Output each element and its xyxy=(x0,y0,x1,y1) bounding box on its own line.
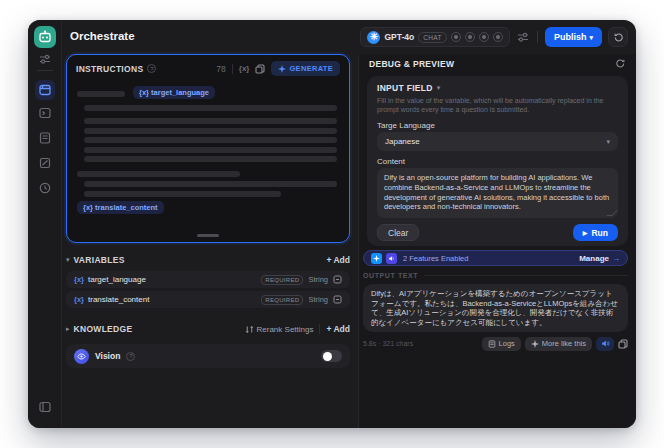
resize-handle[interactable] xyxy=(197,234,219,237)
target-language-label: Targe Language xyxy=(377,121,435,130)
capability-icon-4 xyxy=(493,32,503,42)
clear-label: Clear xyxy=(388,228,408,238)
variable-type: String xyxy=(308,295,328,304)
target-language-select[interactable]: Japanese ▾ xyxy=(377,132,618,151)
debug-preview-panel: DEBUG & PREVIEW INPUT FIELD ▾ Fill in th… xyxy=(358,54,636,428)
sidebar-collapse-icon[interactable] xyxy=(38,400,52,414)
knowledge-title: KNOWLEDGE xyxy=(74,324,133,334)
model-selector[interactable]: ✳ GPT-4o CHAT xyxy=(360,27,510,47)
model-mode-badge: CHAT xyxy=(418,32,447,43)
logs-button[interactable]: Logs xyxy=(482,337,521,351)
clear-button[interactable]: Clear xyxy=(377,224,419,241)
app-logo[interactable] xyxy=(34,26,56,48)
required-badge: REQUIRED xyxy=(261,275,303,285)
restart-icon[interactable] xyxy=(615,58,626,69)
content-textarea[interactable]: Dify is an open-source platform for buil… xyxy=(377,168,618,218)
prompt-text-placeholder xyxy=(77,171,240,177)
prompt-text-placeholder xyxy=(84,156,337,162)
sidebar-item-monitoring[interactable] xyxy=(38,181,52,195)
variable-row-translate-content[interactable]: {x} translate_content REQUIRED String xyxy=(66,291,350,308)
capability-icon-1 xyxy=(451,32,461,42)
resize-grip-icon[interactable] xyxy=(606,210,618,216)
chevron-down-icon[interactable]: ▾ xyxy=(437,84,441,92)
variable-icon: {x} xyxy=(74,275,84,284)
orchestrate-window-icon xyxy=(39,84,51,96)
vision-toggle[interactable] xyxy=(321,350,342,362)
prompt-text-placeholder xyxy=(84,137,337,143)
clock-icon xyxy=(39,182,51,194)
header-divider xyxy=(537,31,538,43)
copy-output-button[interactable] xyxy=(618,339,628,349)
arrow-right-icon: → xyxy=(612,254,620,263)
prompt-text-placeholder xyxy=(84,118,337,124)
chevron-down-icon: ▾ xyxy=(606,138,610,145)
input-field-card: INPUT FIELD ▾ Fill in the value of the v… xyxy=(367,76,628,246)
variable-name: target_language xyxy=(88,275,146,284)
output-stats: 5.8s · 321 chars xyxy=(363,340,413,347)
list-document-icon xyxy=(39,132,51,144)
text-to-speech-button[interactable] xyxy=(596,337,614,351)
toolbar-divider xyxy=(232,64,233,74)
sidebar-divider xyxy=(37,70,53,71)
prompt-text-placeholder xyxy=(77,91,125,97)
char-count: 78 xyxy=(216,64,225,74)
insert-variable-icon[interactable]: {x} xyxy=(239,64,250,73)
knowledge-divider xyxy=(319,324,320,334)
output-text-title: OUTPUT TEXT xyxy=(363,272,418,279)
page-title: Orchestrate xyxy=(70,30,135,42)
generate-button[interactable]: GENERATE xyxy=(271,61,340,76)
openai-icon: ✳ xyxy=(367,31,380,44)
content-value: Dify is an open-source platform for buil… xyxy=(384,173,609,211)
output-text-header: OUTPUT TEXT xyxy=(363,272,628,279)
sidebar-item-preview[interactable] xyxy=(38,106,52,120)
variable-token-translate-content[interactable]: {x} translate_content xyxy=(77,201,164,214)
debug-preview-title: DEBUG & PREVIEW xyxy=(369,59,454,69)
robot-icon xyxy=(38,30,52,44)
variable-type: String xyxy=(308,275,328,284)
capability-icon-2 xyxy=(465,32,475,42)
input-field-title: INPUT FIELD xyxy=(377,83,433,93)
sparkle-feature-icon xyxy=(371,253,382,264)
variables-title: VARIABLES xyxy=(74,255,125,265)
output-message-bubble: Difyは、AIアプリケーションを構築するためのオープンソースプラットフォームで… xyxy=(363,284,628,332)
rerank-icon xyxy=(245,325,254,334)
features-enabled-label: 2 Features Enabled xyxy=(403,254,468,263)
more-like-this-label: More like this xyxy=(542,339,586,348)
manage-features-button[interactable]: Manage → xyxy=(579,254,620,263)
prompt-text-placeholder xyxy=(84,191,281,197)
pencil-document-icon xyxy=(39,157,51,169)
chevron-right-icon[interactable]: ▸ xyxy=(66,325,70,333)
rerank-label: Rerank Settings xyxy=(257,325,314,334)
capability-icon-3 xyxy=(479,32,489,42)
sidebar-item-logs[interactable] xyxy=(38,131,52,145)
run-label: Run xyxy=(591,228,608,238)
rerank-settings-button[interactable]: Rerank Settings xyxy=(245,325,314,334)
eye-icon xyxy=(74,349,89,364)
features-enabled-bar[interactable]: 2 Features Enabled Manage → xyxy=(363,250,628,266)
instructions-editor[interactable]: INSTRUCTIONS ? 78 {x} GENERATE {x} xyxy=(66,54,350,243)
variable-icon: {x} xyxy=(74,295,84,304)
run-button[interactable]: ▶ Run xyxy=(573,224,618,241)
model-name: GPT-4o xyxy=(384,32,414,42)
vision-label: Vision xyxy=(95,351,120,361)
model-params-icon[interactable] xyxy=(516,30,530,44)
sparkle-icon xyxy=(278,65,286,73)
add-variable-button[interactable]: + Add xyxy=(326,255,350,265)
sparkle-icon xyxy=(531,340,539,348)
variable-name: translate_content xyxy=(88,295,149,304)
chevron-down-icon[interactable]: ▾ xyxy=(66,256,70,264)
manage-label: Manage xyxy=(579,254,609,263)
play-icon: ▶ xyxy=(583,229,588,236)
sidebar-sliders-icon[interactable] xyxy=(38,52,52,66)
more-like-this-button[interactable]: More like this xyxy=(525,337,592,351)
variable-row-target-language[interactable]: {x} target_language REQUIRED String xyxy=(66,271,350,288)
target-language-value: Japanese xyxy=(385,137,420,146)
variable-token-target-language[interactable]: {x} target_language xyxy=(133,86,215,99)
output-text: Difyは、AIアプリケーションを構築するためのオープンソースプラットフォームで… xyxy=(371,289,618,327)
sidebar-item-orchestrate[interactable] xyxy=(35,80,55,100)
version-history-button[interactable] xyxy=(608,27,628,47)
add-knowledge-button[interactable]: + Add xyxy=(326,324,350,334)
sidebar-item-annotation[interactable] xyxy=(38,156,52,170)
copy-icon[interactable] xyxy=(255,64,265,74)
publish-button[interactable]: Publish ▾ xyxy=(545,27,602,47)
